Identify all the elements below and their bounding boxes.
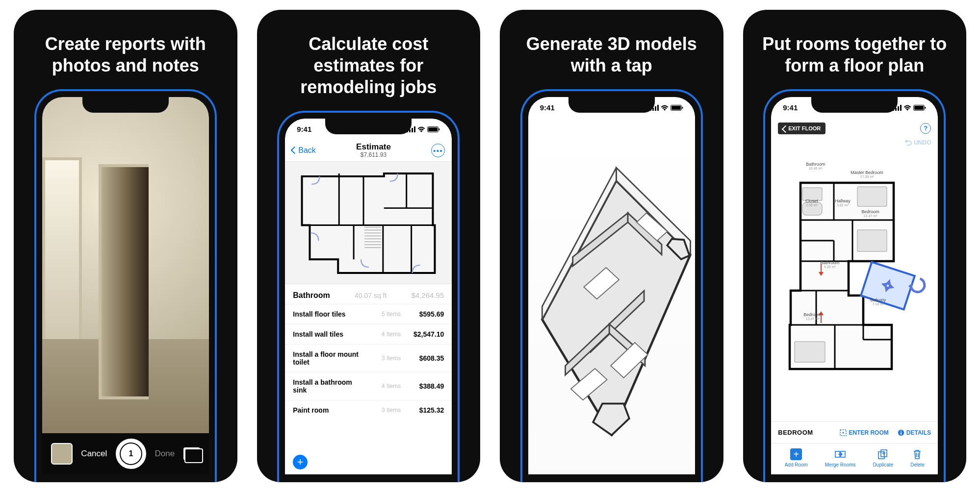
more-button[interactable]: ••• (431, 144, 445, 157)
svg-rect-3 (414, 126, 415, 132)
svg-rect-5 (428, 127, 438, 131)
headline-3: Generate 3D models with a tap (500, 10, 723, 86)
phone-notch (811, 96, 898, 113)
selection-bar: BEDROOM ENTER ROOM DETAILS (771, 421, 938, 443)
camera-toolbar: Cancel 1 Done (42, 433, 209, 474)
photo-count-badge: 1 (120, 443, 142, 465)
floorplan-canvas[interactable]: Bathroom10.46 m² Master Bedroom17.38 m² … (771, 150, 938, 421)
estimate-row[interactable]: Install wall tiles4 Items$2,547.10 (285, 324, 452, 344)
trash-icon (911, 448, 923, 460)
status-icons (893, 105, 926, 111)
svg-rect-13 (682, 107, 683, 109)
nav-bar: Back Estimate $7,611.93 ••• (285, 140, 452, 162)
chevron-left-icon (292, 146, 297, 155)
floorplan-thumbnail[interactable] (285, 162, 452, 284)
gallery-icon[interactable] (183, 447, 200, 460)
estimate-row[interactable]: Install a bathroom sink4 Items$388.49 (285, 372, 452, 400)
exit-floor-button[interactable]: EXIT FLOOR (778, 123, 825, 134)
chevron-left-icon (783, 126, 786, 130)
undo-icon (905, 140, 912, 146)
plus-icon: + (790, 448, 802, 460)
estimate-rows: Install floor tiles5 Items$595.69 Instal… (285, 304, 452, 474)
svg-rect-30 (898, 106, 899, 111)
svg-rect-9 (655, 106, 656, 111)
add-room-button[interactable]: + Add Room (785, 448, 808, 467)
svg-rect-12 (671, 106, 681, 110)
merge-rooms-button[interactable]: Merge Rooms (825, 448, 856, 467)
duplicate-icon (877, 448, 889, 460)
phone-mockup-4: 9:41 EXIT FLOOR ? UNDO (763, 89, 946, 482)
phone-screen-camera: Cancel 1 Done (42, 97, 209, 474)
phone-notch (82, 96, 169, 113)
screenshot-card-4: Put rooms together to form a floor plan … (743, 10, 967, 482)
estimate-row[interactable]: Install floor tiles5 Items$595.69 (285, 304, 452, 324)
help-button[interactable]: ? (920, 123, 931, 134)
svg-rect-31 (900, 105, 902, 111)
headline-1: Create reports with photos and notes (14, 10, 237, 86)
phone-mockup-3: 9:41 (520, 89, 703, 482)
editor-toolbar: + Add Room Merge Rooms Duplicate Delete (771, 443, 938, 474)
estimate-row[interactable]: Paint room3 Items$125.32 (285, 400, 452, 420)
status-time: 9:41 (297, 125, 311, 133)
undo-button[interactable]: UNDO (771, 138, 938, 150)
svg-rect-33 (914, 106, 924, 110)
details-button[interactable]: DETAILS (898, 429, 931, 436)
svg-point-50 (901, 430, 902, 431)
phone-screen-estimate: 9:41 Back Estimate $7,611.93 ••• (285, 119, 452, 474)
nav-title: Estimate $7,611.93 (356, 143, 391, 158)
headline-4: Put rooms together to form a floor plan (743, 10, 967, 86)
svg-rect-36 (857, 230, 887, 251)
done-button[interactable]: Done (155, 449, 175, 459)
svg-rect-37 (795, 342, 825, 362)
cancel-button[interactable]: Cancel (81, 449, 107, 459)
svg-rect-10 (657, 105, 659, 111)
status-time: 9:41 (540, 103, 555, 112)
svg-rect-49 (901, 432, 902, 435)
svg-rect-2 (412, 128, 413, 132)
estimate-row[interactable]: Install a floor mount toilet3 Items$608.… (285, 344, 452, 372)
svg-rect-40 (861, 262, 915, 309)
info-icon (898, 429, 904, 436)
screenshot-card-2: Calculate cost estimates for remodeling … (257, 10, 481, 482)
phone-screen-3d: 9:41 (528, 97, 695, 474)
screenshot-card-1: Create reports with photos and notes Can… (14, 10, 237, 482)
svg-rect-35 (857, 187, 887, 206)
phone-mockup-1: Cancel 1 Done (34, 89, 217, 482)
camera-viewfinder (42, 97, 209, 433)
merge-icon (834, 448, 846, 460)
editor-top-bar: EXIT FLOOR ? (771, 119, 938, 138)
screenshot-card-3: Generate 3D models with a tap 9:41 (500, 10, 723, 482)
shutter-button[interactable]: 1 (116, 439, 146, 469)
svg-rect-34 (925, 107, 926, 109)
phone-mockup-2: 9:41 Back Estimate $7,611.93 ••• (277, 111, 460, 482)
duplicate-button[interactable]: Duplicate (873, 448, 893, 467)
status-time: 9:41 (783, 103, 798, 112)
phone-screen-floorplan-editor: 9:41 EXIT FLOOR ? UNDO (771, 97, 938, 474)
enter-room-icon (840, 429, 847, 436)
svg-point-47 (843, 432, 844, 433)
back-button[interactable]: Back (292, 146, 316, 155)
status-icons (650, 105, 683, 111)
add-item-button[interactable]: + (293, 455, 308, 469)
status-icons (407, 126, 440, 132)
phone-notch (568, 96, 655, 113)
svg-rect-6 (439, 128, 440, 130)
delete-button[interactable]: Delete (910, 448, 925, 467)
svg-rect-53 (878, 452, 884, 459)
phone-notch (325, 118, 412, 134)
headline-2: Calculate cost estimates for remodeling … (257, 10, 481, 108)
3d-model-viewport[interactable] (528, 119, 695, 474)
selected-room-label: BEDROOM (778, 429, 813, 436)
last-photo-thumbnail[interactable] (51, 443, 73, 465)
enter-room-button[interactable]: ENTER ROOM (840, 429, 888, 436)
estimate-section-header: Bathroom 40.07 sq ft $4,264.95 (285, 284, 452, 304)
